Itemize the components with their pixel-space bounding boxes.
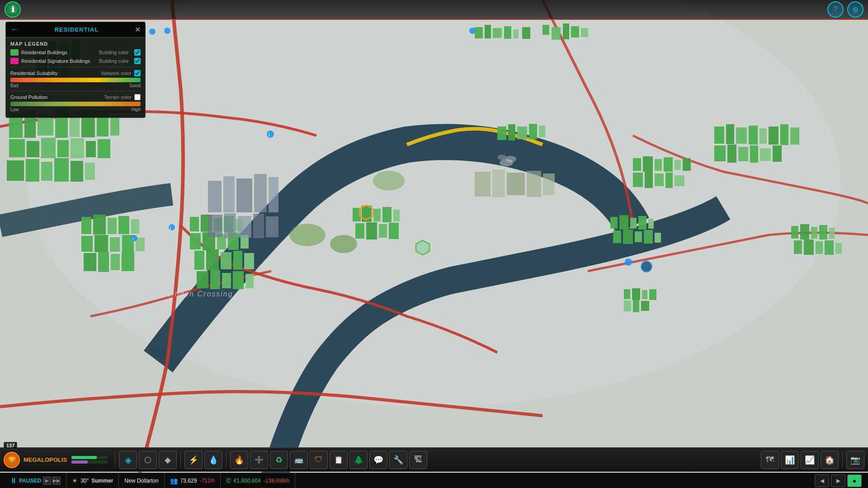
zones-tool-button[interactable]: ◈ [119, 451, 137, 469]
svg-marker-146 [359, 205, 373, 220]
svg-rect-12 [581, 28, 588, 37]
svg-marker-147 [416, 240, 429, 255]
disaster-tool-button[interactable]: 🔥 [230, 451, 248, 469]
parks-icon: 🌲 [354, 455, 363, 465]
legend-row-signature-buildings: Residential Signature Buildings Building… [10, 58, 141, 64]
pollution-checkbox[interactable] [134, 94, 141, 100]
roads-tool-button[interactable]: ⬡ [139, 451, 157, 469]
svg-rect-114 [389, 223, 399, 239]
svg-rect-79 [529, 124, 537, 139]
svg-rect-78 [517, 127, 527, 139]
svg-rect-28 [110, 115, 119, 136]
svg-rect-133 [253, 214, 264, 238]
suitability-type: Network color [101, 70, 132, 76]
house-tool-button[interactable]: 🏠 [821, 451, 839, 469]
svg-rect-82 [726, 124, 734, 144]
svg-rect-164 [624, 300, 631, 311]
info-icon: 📊 [785, 455, 795, 465]
svg-rect-6 [513, 29, 519, 38]
happiness-bar-fill [71, 456, 97, 459]
help-button[interactable]: ? [827, 1, 844, 18]
suitability-gradient-row: Bad Good [10, 78, 141, 88]
speed-1-button[interactable]: ▶ [43, 477, 51, 485]
industry-icon: 🔧 [393, 455, 403, 465]
svg-rect-35 [98, 139, 110, 158]
svg-rect-162 [642, 290, 647, 299]
parks-tool-button[interactable]: 🌲 [349, 451, 368, 469]
svg-rect-68 [221, 252, 231, 269]
svg-rect-127 [236, 178, 252, 212]
svg-rect-174 [816, 241, 823, 254]
svg-rect-61 [190, 233, 201, 249]
svg-rect-48 [94, 235, 108, 252]
bulldoze-tool-button[interactable]: 🏗 [409, 451, 427, 469]
svg-rect-168 [800, 224, 809, 239]
svg-rect-75 [245, 274, 254, 288]
svg-rect-83 [736, 127, 747, 144]
svg-rect-90 [727, 145, 736, 163]
industry-tool-button[interactable]: 🔧 [389, 451, 407, 469]
svg-rect-89 [714, 145, 726, 161]
sun-icon: ☀ [72, 477, 78, 484]
camera-tool-button[interactable]: 📷 [846, 451, 864, 469]
signature-buildings-checkbox[interactable] [134, 58, 141, 64]
residential-buildings-checkbox[interactable] [134, 49, 141, 56]
communication-tool-button[interactable]: 💬 [369, 451, 387, 469]
transport-tool-button[interactable]: 🚌 [290, 451, 308, 469]
speed-2-button[interactable]: ▶▶ [52, 477, 61, 485]
chart-tool-button[interactable]: 📈 [801, 451, 819, 469]
money-section: © €1,600,604 -138,699/h [221, 473, 295, 488]
pollution-low-label: Low [10, 107, 19, 112]
garbage-tool-button[interactable]: ♻ [270, 451, 288, 469]
temperature-value: 30° [80, 478, 89, 484]
svg-rect-120 [613, 230, 621, 243]
signature-buildings-color [10, 58, 19, 64]
fire-icon: 🔥 [234, 455, 244, 465]
svg-rect-163 [649, 289, 656, 300]
water-tool-button[interactable]: 💧 [204, 451, 222, 469]
nav-right-button[interactable]: ▶ [831, 474, 845, 487]
svg-rect-11 [571, 26, 579, 38]
map-tool-button[interactable]: 🗺 [761, 451, 779, 469]
education-tool-button[interactable]: 📋 [330, 451, 348, 469]
svg-rect-126 [223, 176, 235, 212]
chart-icon: 📈 [805, 455, 815, 465]
bottom-toolbar: 137 🏆 MEGALOPOLIS ◈ ⬡ ◆ ⚡ 💧 🔥 ➕ ♻ 🚌 [0, 447, 868, 472]
svg-rect-165 [633, 300, 639, 312]
svg-rect-76 [497, 127, 506, 140]
nav-down-button[interactable]: ● [847, 474, 862, 487]
main-menu-button[interactable]: ℹ [5, 1, 21, 18]
toolbar-sep-2 [180, 452, 181, 468]
police-icon: 🛡 [315, 455, 323, 465]
svg-rect-160 [624, 289, 630, 299]
nav-left-button[interactable]: ◀ [815, 474, 829, 487]
info-tool-button[interactable]: 📊 [781, 451, 799, 469]
pollution-gradient-labels: Low High [10, 107, 141, 112]
legend-close-button[interactable]: ✕ [135, 25, 141, 34]
settings-button[interactable]: ⚙ [847, 1, 863, 18]
pause-button[interactable]: ⏸ PAUSED ▶ ▶▶ [5, 473, 66, 488]
nature-tool-button[interactable]: ◆ [159, 451, 177, 469]
city-level-badge: 137 [4, 442, 17, 449]
svg-rect-43 [93, 215, 106, 235]
svg-rect-42 [81, 217, 91, 234]
health-tool-button[interactable]: ➕ [250, 451, 268, 469]
svg-rect-37 [26, 159, 39, 182]
svg-rect-36 [7, 160, 24, 181]
suitability-checkbox[interactable] [134, 70, 141, 76]
svg-rect-128 [254, 174, 267, 212]
svg-rect-138 [527, 171, 541, 197]
svg-rect-121 [623, 230, 633, 244]
svg-rect-67 [206, 249, 219, 270]
legend-back-button[interactable]: ← [10, 25, 19, 34]
electricity-tool-button[interactable]: ⚡ [184, 451, 203, 469]
svg-rect-70 [244, 253, 254, 269]
svg-point-156 [164, 28, 170, 34]
svg-rect-3 [485, 25, 491, 38]
police-tool-button[interactable]: 🛡 [310, 451, 328, 469]
svg-rect-106 [353, 208, 361, 221]
legend-header: ← RESIDENTIAL ✕ [6, 22, 145, 38]
svg-rect-7 [522, 27, 530, 39]
residential-buildings-color [10, 49, 19, 56]
svg-rect-31 [41, 138, 56, 158]
